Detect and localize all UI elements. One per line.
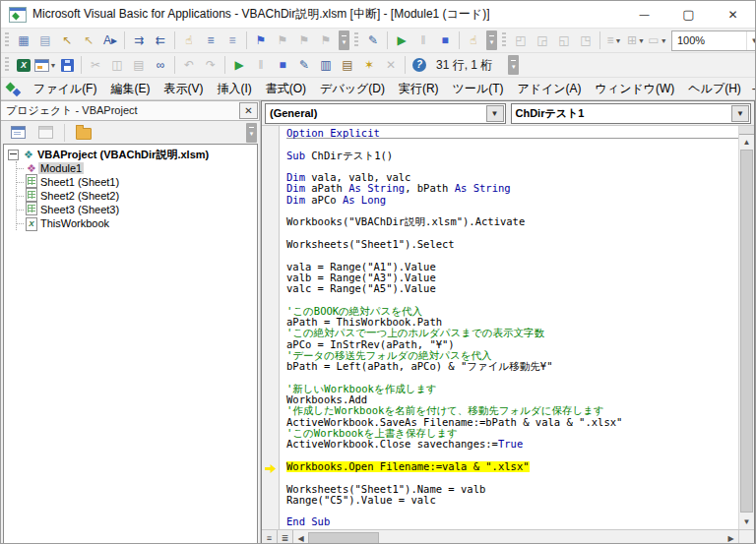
toggle-bookmark-icon[interactable]: ⚑ <box>250 30 272 50</box>
split-handle[interactable] <box>739 126 754 135</box>
chevron-down-icon[interactable]: ▼ <box>615 37 622 44</box>
menu-item-9[interactable]: アドイン(A) <box>510 78 588 100</box>
scroll-up-icon[interactable]: ▲ <box>739 135 754 150</box>
tree-row-thisworkbook[interactable]: ThisWorkbook <box>17 216 257 230</box>
center-dropdown[interactable]: ⊞▼ <box>625 30 647 50</box>
code-line-7[interactable]: Dim aPCo As Long <box>286 195 738 206</box>
code-margin[interactable] <box>262 126 280 529</box>
full-module-view-button[interactable]: ≣ <box>278 530 293 544</box>
view-excel-icon[interactable] <box>13 55 34 75</box>
scroll-down-icon[interactable]: ▼ <box>739 514 754 529</box>
tree-collapse-toggle[interactable] <box>8 150 19 160</box>
procedure-view-button[interactable]: ≡ <box>262 530 278 544</box>
code-line-35[interactable] <box>286 506 738 516</box>
toolbox-icon[interactable]: ✕ <box>380 55 402 75</box>
menu-item-7[interactable]: 実行(R) <box>392 78 446 100</box>
tree-row-sheet3-sheet3-[interactable]: Sheet3 (Sheet3) <box>17 203 257 216</box>
child-minimize-button[interactable] <box>748 83 756 94</box>
object-browser-icon[interactable]: ✶ <box>358 55 380 75</box>
redo-icon[interactable]: ↷ <box>200 55 221 75</box>
cut-icon[interactable]: ✂ <box>85 55 106 75</box>
zoom-combo[interactable]: 100%▼ <box>671 30 756 51</box>
vertical-scroll-thumb[interactable] <box>740 150 753 513</box>
horizontal-scroll-track[interactable] <box>379 530 724 544</box>
code-line-15[interactable]: valc = Range("A5").Value <box>286 283 738 294</box>
tree-row-module1[interactable]: ❖Module1 <box>17 161 257 175</box>
view-object-icon[interactable] <box>34 123 56 143</box>
bring-to-front-icon[interactable]: ◰ <box>510 30 532 50</box>
complete-word-icon[interactable]: A▸ <box>99 30 121 50</box>
send-to-back-icon[interactable]: ◲ <box>532 30 553 50</box>
copy-icon[interactable]: ◫ <box>106 55 128 75</box>
vertical-scrollbar[interactable]: ▲ ▼ <box>738 126 754 529</box>
design-mode-icon[interactable]: ✎ <box>362 30 384 50</box>
close-button[interactable] <box>711 1 755 28</box>
scroll-left-icon[interactable]: ◀ <box>293 530 308 544</box>
standard-toolbar-overflow[interactable]: ▾ <box>508 55 519 75</box>
align-dropdown[interactable]: ≡▼ <box>603 30 625 50</box>
find-icon[interactable]: ∞ <box>150 55 171 75</box>
quick-info-icon[interactable]: ↖ <box>56 30 78 50</box>
horizontal-scroll-thumb[interactable] <box>308 532 379 544</box>
project-panel-overflow[interactable]: ▾ <box>246 123 257 143</box>
toggle-folders-icon[interactable] <box>73 123 94 143</box>
debug-toolbar-overflow[interactable]: ▾ <box>486 30 497 50</box>
paste-icon[interactable]: ▤ <box>128 55 150 75</box>
code-line-22[interactable]: bPath = Left(aPath, aPCo) & "ファイル移動先¥" <box>286 361 738 372</box>
parameter-info-icon[interactable]: ↖ <box>78 30 99 50</box>
chevron-down-icon[interactable]: ▼ <box>486 105 504 122</box>
group-icon[interactable]: ◱ <box>553 30 575 50</box>
list-properties-icon[interactable]: ▦ <box>13 30 34 50</box>
minimize-button[interactable] <box>622 1 666 28</box>
chevron-down-icon[interactable]: ▼ <box>638 37 645 44</box>
menu-item-4[interactable]: 挿入(I) <box>210 78 258 100</box>
menu-item-8[interactable]: ツール(T) <box>446 78 511 100</box>
next-bookmark-icon[interactable]: ⚑ <box>272 30 293 50</box>
code-line-1[interactable]: Option Explicit <box>286 128 738 139</box>
maximize-button[interactable] <box>666 1 711 28</box>
code-line-9[interactable]: Workbooks("VBAChDir説明.xlsm").Activate <box>286 216 738 227</box>
code-line-31[interactable]: Workbooks.Open Filename:=vala & ".xlsx" <box>286 461 738 472</box>
code-line-11[interactable]: Worksheets("Sheet1").Select <box>286 239 738 250</box>
menu-item-1[interactable]: ファイル(F) <box>27 78 103 100</box>
chevron-down-icon[interactable]: ▼ <box>746 31 756 50</box>
code-line-3[interactable]: Sub ChDirテスト1() <box>286 151 738 161</box>
save-icon[interactable] <box>56 55 78 75</box>
run-icon[interactable]: ▶ <box>391 30 412 50</box>
menu-item-10[interactable]: ウィンドウ(W) <box>589 78 682 100</box>
break-icon[interactable]: ‖ <box>250 55 272 75</box>
menu-item-5[interactable]: 書式(O) <box>259 78 313 100</box>
break-icon[interactable]: ‖ <box>412 30 434 50</box>
project-explorer-icon[interactable]: ▥ <box>315 55 337 75</box>
uncomment-block-icon[interactable]: ≡ <box>221 30 243 50</box>
comment-block-icon[interactable]: ≡ <box>200 30 221 50</box>
ungroup-icon[interactable]: ◳ <box>575 30 597 50</box>
outdent-icon[interactable]: ⇇ <box>150 30 171 50</box>
code-editor[interactable]: Option Explicit Sub ChDirテスト1() Dim vala… <box>280 126 738 529</box>
reset-icon[interactable]: ■ <box>272 55 293 75</box>
code-line-34[interactable]: Range("C5").Value = valc <box>286 495 738 506</box>
view-code-icon[interactable] <box>7 123 29 143</box>
design-mode-icon[interactable]: ✎ <box>293 55 315 75</box>
toggle-breakpoint-icon[interactable]: ☝ <box>178 30 200 50</box>
list-constants-icon[interactable]: ▤ <box>34 30 56 50</box>
menu-item-3[interactable]: 表示(V) <box>157 78 210 100</box>
run-icon[interactable]: ▶ <box>228 55 250 75</box>
project-panel-close-button[interactable] <box>239 102 258 119</box>
menu-item-11[interactable]: ヘルプ(H) <box>681 78 748 100</box>
procedure-dropdown[interactable]: ChDirテスト1 ▼ <box>511 103 752 124</box>
properties-window-icon[interactable]: ▤ <box>337 55 358 75</box>
object-dropdown[interactable]: (General) ▼ <box>265 103 506 124</box>
insert-userform-icon[interactable]: ▼ <box>34 55 56 75</box>
help-icon[interactable] <box>409 55 430 75</box>
tree-row-project[interactable]: ❖VBAProject (VBAChDir説明.xlsm) <box>4 148 257 161</box>
code-line-36[interactable]: End Sub <box>286 516 738 527</box>
undo-icon[interactable]: ↶ <box>178 55 200 75</box>
previous-bookmark-icon[interactable]: ⚑ <box>293 30 315 50</box>
chevron-down-icon[interactable]: ▼ <box>731 105 749 122</box>
tree-row-sheet1-sheet1-[interactable]: Sheet1 (Sheet1) <box>17 175 257 189</box>
chevron-down-icon[interactable]: ▼ <box>661 37 667 44</box>
code-line-29[interactable]: ActiveWorkbook.Close savechanges:=True <box>286 439 738 450</box>
reset-icon[interactable]: ■ <box>434 30 456 50</box>
edit-toolbar-overflow[interactable]: ▾ <box>339 30 349 50</box>
